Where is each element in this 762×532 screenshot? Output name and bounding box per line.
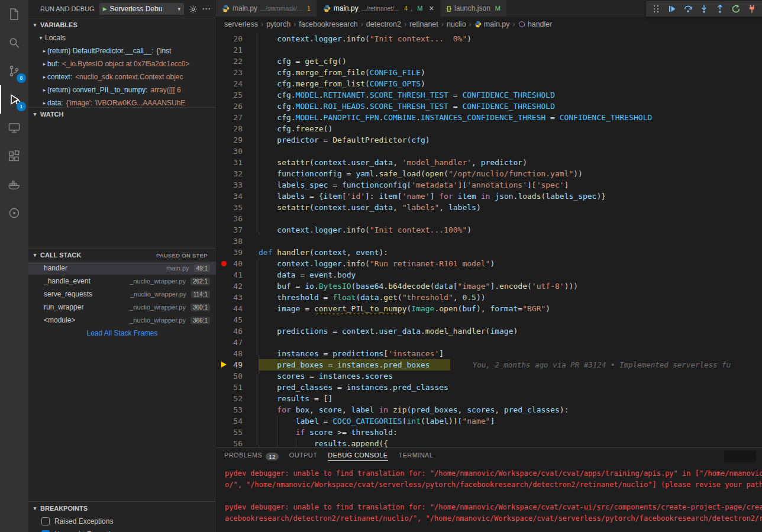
breadcrumb-item-retinanet[interactable]: retinanet: [409, 20, 438, 28]
code-line[interactable]: 38: [216, 236, 762, 247]
code-line[interactable]: 46 predictions = context.user_data.model…: [216, 325, 762, 337]
glyph-margin[interactable]: [216, 146, 231, 157]
glyph-margin[interactable]: [216, 101, 231, 112]
code-line[interactable]: 44 image = convert_PIL_to_numpy(Image.op…: [216, 303, 762, 314]
glyph-margin[interactable]: [216, 303, 231, 314]
code-line[interactable]: 52 results = []: [216, 393, 762, 404]
code-line[interactable]: 35 setattr(context.user_data, "labels", …: [216, 202, 762, 213]
panel-tab-terminal[interactable]: TERMINAL: [399, 448, 434, 465]
code-line[interactable]: 42 buf = io.BytesIO(base64.b64decode(dat…: [216, 280, 762, 292]
more-actions-icon[interactable]: ···: [202, 5, 211, 13]
stack-frame-row[interactable]: handlermain.py49:1: [28, 262, 216, 275]
gear-icon[interactable]: [189, 5, 198, 14]
code-line[interactable]: 53 for box, score, label in zip(pred_box…: [216, 404, 762, 415]
glyph-margin[interactable]: [216, 33, 231, 44]
variable-row[interactable]: ▸data:{'image': 'iVBORw0KG...AAAANSUhE: [28, 96, 216, 107]
code-line[interactable]: 54 label = COCO_CATEGORIES[int(label)]["…: [216, 415, 762, 427]
glyph-margin[interactable]: [216, 78, 231, 89]
activity-item-run-and-debug[interactable]: 1: [0, 85, 28, 114]
editor-tab-launch-json[interactable]: {}launch.jsonM: [441, 0, 507, 17]
panel-tab-debug-console[interactable]: DEBUG CONSOLE: [328, 448, 388, 465]
variable-row[interactable]: ▸(return) DefaultPredictor.__call__:{'in…: [28, 44, 216, 57]
glyph-margin[interactable]: [216, 56, 231, 67]
glyph-margin[interactable]: [216, 213, 231, 224]
code-line[interactable]: 43 threshold = float(data.get("threshold…: [216, 292, 762, 303]
breadcrumb-item-main-py[interactable]: main.py: [474, 20, 510, 28]
code-line[interactable]: 56 results.append({: [216, 438, 762, 447]
code-line[interactable]: 41 data = event.body: [216, 269, 762, 280]
glyph-margin[interactable]: [216, 179, 231, 191]
activity-item-explorer[interactable]: [0, 0, 28, 28]
continue-button[interactable]: [667, 4, 677, 14]
code-line[interactable]: 36: [216, 213, 762, 224]
breakpoint-row[interactable]: ✓Uncaught Exceptions: [28, 528, 216, 532]
glyph-margin[interactable]: [216, 224, 231, 236]
variable-row[interactable]: ▸context:<nuclio_sdk.context.Context obj…: [28, 70, 216, 83]
code-line[interactable]: 55 if score >= threshold:: [216, 427, 762, 438]
code-line[interactable]: 22 cfg = get_cfg(): [216, 56, 762, 67]
stack-frame-row[interactable]: _handle_event_nuclio_wrapper.py262:1: [28, 275, 216, 288]
step-out-button[interactable]: [715, 4, 725, 14]
variables-section-header[interactable]: ▾VARIABLES: [28, 18, 216, 31]
code-line[interactable]: 49 pred_boxes = instances.pred_boxesYou,…: [216, 359, 762, 370]
breakpoint-icon[interactable]: [221, 261, 227, 266]
stack-frame-row[interactable]: run_wrapper_nuclio_wrapper.py360:1: [28, 301, 216, 314]
activity-item-source-control[interactable]: 8: [0, 57, 28, 85]
glyph-margin[interactable]: [216, 314, 231, 325]
glyph-margin[interactable]: [216, 112, 231, 123]
glyph-margin[interactable]: [216, 438, 231, 447]
code-line[interactable]: 48 instances = predictions['instances']: [216, 348, 762, 359]
activity-item-search[interactable]: [0, 28, 28, 57]
glyph-margin[interactable]: [216, 123, 231, 134]
console-filter-input[interactable]: [724, 450, 756, 462]
activity-item-live-share[interactable]: [0, 199, 28, 227]
glyph-margin[interactable]: [216, 348, 231, 359]
glyph-margin[interactable]: [216, 44, 231, 56]
code-line[interactable]: 27 cfg.MODEL.PANOPTIC_FPN.COMBINE.INSTAN…: [216, 112, 762, 123]
code-line[interactable]: 39def handler(context, event):: [216, 247, 762, 258]
call-stack-section-header[interactable]: ▾CALL STACKPAUSED ON STEP: [28, 249, 216, 262]
glyph-margin[interactable]: [216, 325, 231, 337]
code-editor[interactable]: 20 context.logger.info("Init context... …: [216, 32, 762, 447]
glyph-margin[interactable]: [216, 269, 231, 280]
code-line[interactable]: 32 functionconfig = yaml.safe_load(open(…: [216, 168, 762, 179]
code-line[interactable]: 21: [216, 44, 762, 56]
breadcrumb-item-pytorch[interactable]: pytorch: [266, 20, 290, 28]
drag-handle-button[interactable]: [651, 4, 661, 14]
activity-item-remote-explorer[interactable]: [0, 114, 28, 142]
glyph-margin[interactable]: [216, 89, 231, 101]
editor-tab-main-py[interactable]: main.py.../siammask/...1: [216, 0, 317, 17]
code-line[interactable]: 51 pred_classes = instances.pred_classes: [216, 382, 762, 393]
step-over-button[interactable]: [683, 4, 693, 14]
code-line[interactable]: 50 scores = instances.scores: [216, 370, 762, 382]
code-line[interactable]: 33 labels_spec = functionconfig['metadat…: [216, 179, 762, 191]
stack-frame-row[interactable]: <module>_nuclio_wrapper.py366:1: [28, 314, 216, 327]
code-line[interactable]: 47: [216, 337, 762, 348]
glyph-margin[interactable]: [216, 359, 231, 370]
restart-button[interactable]: [731, 4, 741, 14]
glyph-margin[interactable]: [216, 292, 231, 303]
code-line[interactable]: 26 cfg.MODEL.ROI_HEADS.SCORE_THRESH_TEST…: [216, 101, 762, 112]
glyph-margin[interactable]: [216, 168, 231, 179]
breakpoints-section-header[interactable]: ▾BREAKPOINTS: [28, 502, 216, 515]
glyph-margin[interactable]: [216, 258, 231, 269]
glyph-margin[interactable]: [216, 415, 231, 427]
glyph-margin[interactable]: [216, 382, 231, 393]
code-line[interactable]: 24 cfg.merge_from_list(CONFIG_OPTS): [216, 78, 762, 89]
load-all-stack-frames-link[interactable]: Load All Stack Frames: [28, 327, 216, 340]
breadcrumb-item-facebookresearch[interactable]: facebookresearch: [299, 20, 357, 28]
glyph-margin[interactable]: [216, 337, 231, 348]
watch-section-header[interactable]: ▾WATCH: [28, 108, 216, 121]
code-line[interactable]: 34 labels = {item['id']: item['name'] fo…: [216, 191, 762, 202]
close-icon[interactable]: ×: [429, 4, 434, 12]
code-line[interactable]: 28 cfg.freeze(): [216, 123, 762, 134]
debug-config-dropdown[interactable]: ▶ Serverless Debu ▾: [99, 3, 184, 15]
code-line[interactable]: 45: [216, 314, 762, 325]
code-line[interactable]: 37 context.logger.info("Init context...1…: [216, 224, 762, 236]
breadcrumb-item-detectron2[interactable]: detectron2: [366, 20, 401, 28]
glyph-margin[interactable]: [216, 191, 231, 202]
breadcrumb-item-handler[interactable]: handler: [518, 20, 553, 28]
glyph-margin[interactable]: [216, 280, 231, 292]
checkbox[interactable]: [41, 517, 50, 525]
start-debugging-icon[interactable]: ▶: [103, 6, 107, 12]
